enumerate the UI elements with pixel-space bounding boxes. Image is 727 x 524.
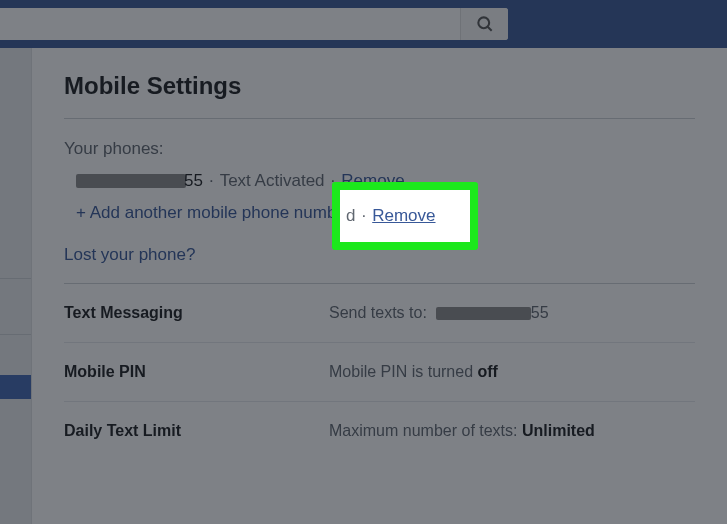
svg-line-1	[487, 27, 491, 31]
mobile-pin-status: off	[478, 363, 498, 380]
settings-table: Text Messaging Send texts to: 55 Mobile …	[64, 283, 695, 460]
phone-status: Text Activated	[220, 171, 325, 191]
phone-suffix: 55	[184, 171, 203, 191]
daily-limit-status: Unlimited	[522, 422, 595, 439]
your-phones-label: Your phones:	[64, 139, 695, 159]
mobile-pin-prefix: Mobile PIN is turned	[329, 363, 473, 380]
sidebar-selected-item[interactable]	[0, 375, 31, 399]
left-sidebar	[0, 48, 32, 524]
search-container	[0, 8, 508, 40]
separator-dot: ·	[331, 171, 336, 191]
lost-phone-link[interactable]: Lost your phone?	[64, 245, 195, 264]
separator-dot: ·	[209, 171, 214, 191]
top-bar	[0, 0, 727, 48]
text-messaging-row[interactable]: Text Messaging Send texts to: 55	[64, 284, 695, 343]
mobile-pin-label: Mobile PIN	[64, 363, 329, 381]
daily-limit-value: Maximum number of texts: Unlimited	[329, 422, 595, 440]
mobile-pin-value: Mobile PIN is turned off	[329, 363, 498, 381]
send-texts-redacted	[436, 307, 531, 320]
send-texts-suffix: 55	[531, 304, 549, 321]
phone-number-redacted	[76, 174, 186, 188]
divider	[64, 118, 695, 119]
daily-limit-row[interactable]: Daily Text Limit Maximum number of texts…	[64, 402, 695, 460]
add-phone-row: + Add another mobile phone number	[64, 203, 695, 223]
content-area: Mobile Settings Your phones: 55 · Text A…	[32, 48, 727, 524]
daily-limit-prefix: Maximum number of texts:	[329, 422, 518, 439]
page-title: Mobile Settings	[64, 72, 695, 100]
daily-limit-label: Daily Text Limit	[64, 422, 329, 440]
search-icon	[475, 14, 495, 34]
send-texts-prefix: Send texts to:	[329, 304, 427, 321]
mobile-pin-row[interactable]: Mobile PIN Mobile PIN is turned off	[64, 343, 695, 402]
lost-phone-row: Lost your phone?	[64, 245, 695, 265]
search-input[interactable]	[0, 8, 460, 40]
remove-phone-link[interactable]: Remove	[341, 171, 404, 191]
search-button[interactable]	[460, 8, 508, 40]
text-messaging-value: Send texts to: 55	[329, 304, 549, 322]
text-messaging-label: Text Messaging	[64, 304, 329, 322]
layout: Mobile Settings Your phones: 55 · Text A…	[0, 48, 727, 524]
svg-point-0	[478, 17, 489, 28]
add-phone-link[interactable]: + Add another mobile phone number	[76, 203, 352, 222]
phone-entry: 55 · Text Activated · Remove	[64, 171, 695, 191]
